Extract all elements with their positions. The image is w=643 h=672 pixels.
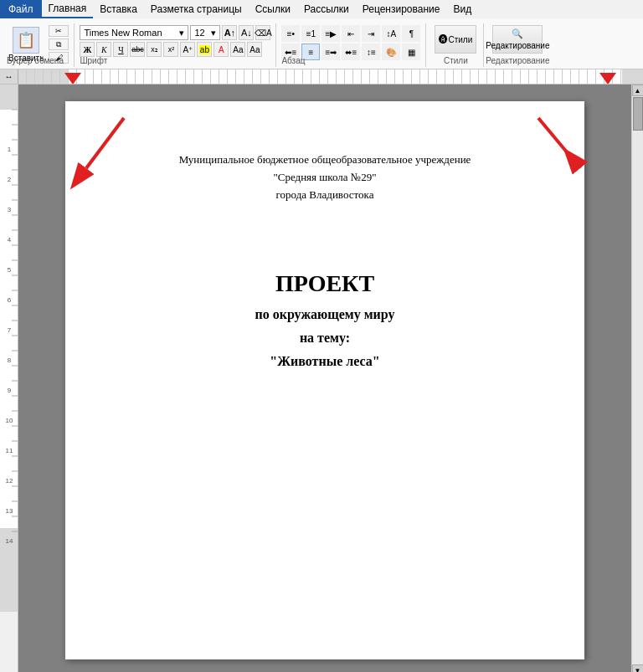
cut-button[interactable]: ✂ <box>49 25 69 37</box>
menu-review[interactable]: Рецензирование <box>356 0 447 18</box>
para-group-label: Абзац <box>281 56 305 65</box>
bold-button[interactable]: Ж <box>80 42 95 57</box>
font-grow-button[interactable]: A↑ <box>222 25 237 40</box>
document-area: 1 2 3 4 5 6 7 8 9 10 11 12 13 14 <box>0 85 643 672</box>
header-line3: города Владивостока <box>132 187 517 204</box>
paragraph-group: ≡• ≡1 ≡▶ ⇤ ⇥ ↕A ¶ ⬅≡ ≡ ≡➡ ⬌≡ ↕≡ 🎨 ▦ Абза… <box>278 23 426 67</box>
font-name-row: Times New Roman ▾ 12 ▾ A↑ A↓ ⌫A <box>80 25 270 40</box>
svg-text:8: 8 <box>8 357 12 364</box>
svg-text:14: 14 <box>6 537 13 545</box>
menu-home[interactable]: Главная <box>42 0 94 18</box>
vertical-ruler: 1 2 3 4 5 6 7 8 9 10 11 12 13 14 <box>0 85 18 672</box>
bullets-button[interactable]: ≡• <box>281 25 300 42</box>
menu-page-layout[interactable]: Разметка страницы <box>144 0 249 18</box>
right-red-arrow <box>534 114 593 181</box>
font-shrink-button[interactable]: A↓ <box>239 25 254 40</box>
font-group: Times New Roman ▾ 12 ▾ A↑ A↓ ⌫A Ж К Ч ab… <box>76 23 276 67</box>
editing-group: 🔍 Редактирование Редактирование <box>486 23 549 67</box>
font-name-arrow: ▾ <box>179 28 184 38</box>
svg-text:2: 2 <box>8 176 12 183</box>
decrease-indent-button[interactable]: ⇤ <box>342 25 360 42</box>
menu-view[interactable]: Вид <box>446 0 478 18</box>
italic-button[interactable]: К <box>96 42 111 57</box>
svg-text:3: 3 <box>8 206 12 213</box>
vertical-scrollbar[interactable]: ▲ ▼ <box>631 85 643 672</box>
doc-subtitle2: на тему: <box>132 331 517 346</box>
scroll-track[interactable] <box>632 96 643 664</box>
font-size-arrow: ▾ <box>211 28 216 38</box>
svg-text:12: 12 <box>6 477 13 485</box>
font-size-value: 12 <box>194 28 204 38</box>
doc-header: Муниципальное бюджетное общеобразователь… <box>132 151 517 203</box>
font-case-btn1[interactable]: Аа <box>230 42 245 57</box>
svg-text:7: 7 <box>8 326 12 334</box>
underline-button[interactable]: Ч <box>113 42 128 57</box>
ribbon-row: 📋 Вставить ✂ ⧉ 🖌 Буфер обмена Times New … <box>3 22 640 69</box>
justify-button[interactable]: ⬌≡ <box>342 44 360 60</box>
clear-format-button[interactable]: ⌫A <box>255 25 270 40</box>
svg-text:9: 9 <box>8 387 12 394</box>
clipboard-label: Буфер обмена <box>7 56 64 65</box>
styles-group-label: Стили <box>444 56 468 65</box>
svg-line-51 <box>538 118 580 168</box>
copy-button[interactable]: ⧉ <box>49 38 69 50</box>
ribbon: 📋 Вставить ✂ ⧉ 🖌 Буфер обмена Times New … <box>0 18 643 69</box>
svg-text:11: 11 <box>6 447 13 454</box>
menu-mailings[interactable]: Рассылки <box>297 0 356 18</box>
left-red-arrow <box>78 114 136 181</box>
paste-icon: 📋 <box>13 27 39 54</box>
menu-file[interactable]: Файл <box>0 0 42 18</box>
document-scroll[interactable]: Муниципальное бюджетное общеобразователь… <box>18 85 631 672</box>
multilevel-button[interactable]: ≡▶ <box>322 25 340 42</box>
scroll-up-button[interactable]: ▲ <box>632 85 644 96</box>
sort-button[interactable]: ↕A <box>382 25 400 42</box>
styles-button[interactable]: 🅐 Стили <box>435 25 476 54</box>
menu-links[interactable]: Ссылки <box>249 0 297 18</box>
horizontal-ruler: ↔ <box>0 69 643 85</box>
svg-line-49 <box>86 118 124 168</box>
shading-button[interactable]: 🎨 <box>382 44 400 60</box>
font-size-selector[interactable]: 12 ▾ <box>190 25 220 40</box>
editing-button[interactable]: 🔍 Редактирование <box>492 25 543 54</box>
increase-indent-button[interactable]: ⇥ <box>362 25 380 42</box>
strikethrough-button[interactable]: abc <box>130 42 145 57</box>
subscript-button[interactable]: x₂ <box>147 42 162 57</box>
editing-label: Редактирование <box>486 41 549 50</box>
doc-subtitle3: "Животные леса" <box>132 354 517 369</box>
svg-text:6: 6 <box>8 296 12 304</box>
scroll-thumb[interactable] <box>633 97 643 131</box>
ruler-gray-right <box>622 69 643 84</box>
para-row1: ≡• ≡1 ≡▶ ⇤ ⇥ ↕A ¶ <box>281 25 420 42</box>
header-line2: "Средняя школа №29" <box>132 169 517 187</box>
font-formatting-row: Ж К Ч abc x₂ x² A⁺ ab А Аа Аа <box>80 42 270 57</box>
numbering-button[interactable]: ≡1 <box>301 25 320 42</box>
header-line1: Муниципальное бюджетное общеобразователь… <box>132 151 517 169</box>
clipboard-group: 📋 Вставить ✂ ⧉ 🖌 Буфер обмена <box>3 23 75 67</box>
font-color-button[interactable]: А <box>213 42 229 57</box>
superscript-button[interactable]: x² <box>163 42 178 57</box>
svg-text:4: 4 <box>8 236 12 244</box>
editing-icon: 🔍 <box>512 28 523 39</box>
align-right-button[interactable]: ≡➡ <box>322 44 340 60</box>
doc-subtitle1: по окружающему миру <box>132 307 517 322</box>
scroll-down-button[interactable]: ▼ <box>632 664 644 672</box>
styles-icon: 🅐 <box>439 34 448 44</box>
highlight-button[interactable]: ab <box>197 42 212 57</box>
text-effects-button[interactable]: A⁺ <box>180 42 195 57</box>
ruler-marker[interactable]: ↔ <box>0 69 18 84</box>
borders-button[interactable]: ▦ <box>402 44 420 60</box>
svg-text:13: 13 <box>6 507 13 515</box>
menu-bar: Файл Главная Вставка Разметка страницы С… <box>0 0 643 18</box>
menu-insert[interactable]: Вставка <box>93 0 144 18</box>
line-spacing-button[interactable]: ↕≡ <box>362 44 380 60</box>
font-case-btn2[interactable]: Аа <box>247 42 262 57</box>
font-group-label: Шрифт <box>80 56 107 65</box>
svg-text:10: 10 <box>6 417 13 424</box>
show-marks-button[interactable]: ¶ <box>402 25 420 42</box>
svg-text:1: 1 <box>8 146 12 153</box>
font-name-selector[interactable]: Times New Roman ▾ <box>80 25 188 40</box>
styles-label: Стили <box>448 35 472 44</box>
styles-group: 🅐 Стили Стили <box>428 23 484 67</box>
svg-rect-2 <box>0 85 18 110</box>
document-page: Муниципальное бюджетное общеобразователь… <box>65 101 584 659</box>
